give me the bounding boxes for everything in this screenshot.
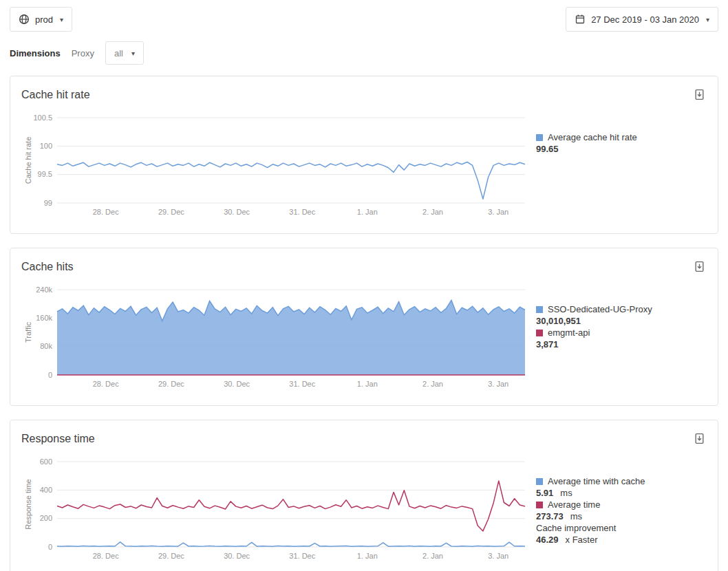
export-report-button[interactable] <box>692 87 707 104</box>
svg-text:0: 0 <box>48 371 52 379</box>
svg-text:3. Jan: 3. Jan <box>488 380 508 388</box>
svg-text:28. Dec: 28. Dec <box>93 380 119 388</box>
legend-item: Cache improvement 46.29x Faster <box>536 522 703 546</box>
dimension-name: Proxy <box>72 48 94 58</box>
legend-label[interactable]: SSO-Dedicated-UG-Proxy <box>536 303 703 315</box>
svg-text:160k: 160k <box>36 314 52 322</box>
svg-text:Response time: Response time <box>24 479 32 529</box>
legend-item: Average cache hit rate 99.65 <box>536 131 703 155</box>
legend-value: 3,871 <box>536 338 703 350</box>
chevron-down-icon: ▾ <box>60 16 63 23</box>
legend-value: 273.73ms <box>536 510 703 522</box>
download-report-icon <box>694 89 705 100</box>
legend-series-name: SSO-Dedicated-UG-Proxy <box>548 304 652 314</box>
chart-title: Response time <box>21 431 95 446</box>
toolbar: prod ▾ 27 Dec 2019 - 03 Jan 2020 ▾ <box>0 0 728 32</box>
svg-text:200: 200 <box>40 514 52 522</box>
chart-title: Cache hits <box>21 259 74 274</box>
legend-label: Cache improvement <box>536 522 703 534</box>
date-range-selector[interactable]: 27 Dec 2019 - 03 Jan 2020 ▾ <box>566 7 718 32</box>
chart-legend: Average time with cache 5.91ms Average t… <box>531 453 703 569</box>
svg-text:31. Dec: 31. Dec <box>289 552 315 560</box>
svg-text:2. Jan: 2. Jan <box>422 380 443 388</box>
legend-swatch <box>536 306 543 313</box>
download-report-icon <box>694 433 705 444</box>
legend-swatch <box>536 478 543 485</box>
legend-series-name: Average time with cache <box>548 476 645 486</box>
svg-text:28. Dec: 28. Dec <box>93 208 119 216</box>
svg-text:Cache hit rate: Cache hit rate <box>24 137 32 184</box>
environment-selector[interactable]: prod ▾ <box>10 7 72 32</box>
svg-text:Traffic: Traffic <box>24 322 32 343</box>
svg-text:100: 100 <box>40 142 52 150</box>
svg-text:1. Jan: 1. Jan <box>357 380 378 388</box>
chart-legend: SSO-Dedicated-UG-Proxy 30,010,951 emgmt-… <box>531 281 703 397</box>
proxy-filter-dropdown[interactable]: all ▾ <box>105 41 144 65</box>
legend-label[interactable]: emgmt-api <box>536 327 703 338</box>
svg-text:80k: 80k <box>40 342 52 350</box>
svg-text:29. Dec: 29. Dec <box>158 208 184 216</box>
svg-text:2. Jan: 2. Jan <box>422 552 443 560</box>
cache-hit-rate-chart[interactable]: 9999.5100100.528. Dec29. Dec30. Dec31. D… <box>21 109 531 225</box>
svg-text:3. Jan: 3. Jan <box>488 208 508 216</box>
svg-text:30. Dec: 30. Dec <box>224 552 250 560</box>
legend-item: Average time 273.73ms <box>536 499 703 522</box>
svg-text:0: 0 <box>48 543 52 551</box>
legend-series-name: Cache improvement <box>536 523 616 533</box>
legend-item: SSO-Dedicated-UG-Proxy 30,010,951 <box>536 303 703 327</box>
calendar-icon <box>575 14 586 25</box>
legend-series-name: Average time <box>548 499 600 510</box>
svg-text:99.5: 99.5 <box>38 170 52 178</box>
svg-text:240k: 240k <box>36 286 52 294</box>
legend-swatch <box>536 502 543 508</box>
legend-label[interactable]: Average time <box>536 499 703 510</box>
svg-text:1. Jan: 1. Jan <box>357 552 378 560</box>
legend-label[interactable]: Average cache hit rate <box>536 131 703 143</box>
svg-text:29. Dec: 29. Dec <box>158 552 184 560</box>
environment-label: prod <box>35 14 53 25</box>
legend-value: 30,010,951 <box>536 315 703 327</box>
svg-text:100.5: 100.5 <box>33 114 52 122</box>
legend-swatch <box>536 134 543 141</box>
card-response-time: Response time 020040060028. Dec29. Dec30… <box>10 420 718 571</box>
svg-text:31. Dec: 31. Dec <box>289 380 315 388</box>
chart-legend: Average cache hit rate 99.65 <box>531 109 703 225</box>
download-report-icon <box>694 261 705 272</box>
legend-value: 5.91ms <box>536 487 703 499</box>
globe-icon <box>19 14 30 25</box>
dimensions-bar: Dimensions Proxy all ▾ <box>0 41 728 65</box>
card-cache-hit-rate: Cache hit rate 9999.5100100.528. Dec29. … <box>10 76 718 234</box>
legend-value: 99.65 <box>536 143 703 155</box>
legend-item: emgmt-api 3,871 <box>536 327 703 350</box>
cache-hits-chart[interactable]: 080k160k240k28. Dec29. Dec30. Dec31. Dec… <box>21 281 531 397</box>
svg-text:1. Jan: 1. Jan <box>357 208 378 216</box>
svg-text:99: 99 <box>44 199 52 207</box>
card-cache-hits: Cache hits 080k160k240k28. Dec29. Dec30.… <box>10 248 718 406</box>
svg-text:3. Jan: 3. Jan <box>488 552 508 560</box>
legend-item: Average time with cache 5.91ms <box>536 475 703 499</box>
chevron-down-icon: ▾ <box>131 50 135 57</box>
legend-swatch <box>536 330 543 336</box>
response-time-chart[interactable]: 020040060028. Dec29. Dec30. Dec31. Dec1.… <box>21 453 531 569</box>
export-report-button[interactable] <box>692 431 707 448</box>
svg-text:28. Dec: 28. Dec <box>93 552 119 560</box>
date-range-label: 27 Dec 2019 - 03 Jan 2020 <box>591 14 699 25</box>
export-report-button[interactable] <box>692 259 707 276</box>
svg-text:31. Dec: 31. Dec <box>289 208 315 216</box>
legend-label[interactable]: Average time with cache <box>536 475 703 487</box>
svg-text:30. Dec: 30. Dec <box>224 380 250 388</box>
svg-text:400: 400 <box>40 486 52 494</box>
chart-title: Cache hit rate <box>21 87 90 103</box>
legend-series-name: Average cache hit rate <box>548 132 637 142</box>
proxy-filter-value: all <box>114 48 123 58</box>
dimensions-label: Dimensions <box>10 48 61 58</box>
svg-text:30. Dec: 30. Dec <box>224 208 250 216</box>
legend-series-name: emgmt-api <box>548 327 590 338</box>
legend-value: 46.29x Faster <box>536 534 703 546</box>
svg-text:2. Jan: 2. Jan <box>422 208 443 216</box>
svg-text:29. Dec: 29. Dec <box>158 380 184 388</box>
svg-text:600: 600 <box>40 457 52 466</box>
chevron-down-icon: ▾ <box>706 16 709 23</box>
